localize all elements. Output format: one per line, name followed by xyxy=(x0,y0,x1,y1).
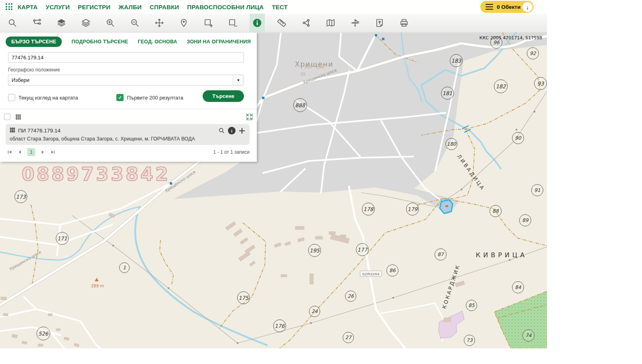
share-network-tool-button[interactable] xyxy=(299,14,314,32)
cadastral-region-circle: 176 xyxy=(273,319,286,332)
location-pin-tool-button[interactable] xyxy=(176,14,191,32)
main-menu: КАРТА УСЛУГИ РЕГИСТРИ ЖАЛБИ СПРАВКИ ПРАВ… xyxy=(18,4,288,10)
result-info-icon[interactable]: i xyxy=(228,127,236,134)
cadastral-region-circle: 888 xyxy=(293,98,307,112)
search-button[interactable]: Търсене xyxy=(203,90,244,102)
layers-filled-icon xyxy=(57,18,66,28)
result-line1: ПИ 77476.179.14 i xyxy=(10,127,246,134)
map-place-label: 289 m xyxy=(91,284,104,288)
menu-item-spravki[interactable]: СПРАВКИ xyxy=(150,4,179,10)
result-actions: i xyxy=(218,127,246,134)
geo-position-label: Географско положение xyxy=(8,67,60,73)
cadastral-region-circle: 181 xyxy=(441,87,454,100)
cadastral-region-circle: 178 xyxy=(362,203,375,216)
cadastral-region-circle: 526 xyxy=(37,327,50,340)
cadastral-region-circle: 86 xyxy=(386,264,398,277)
layers-active-tool-button[interactable] xyxy=(54,14,69,32)
route-tool-button[interactable] xyxy=(29,14,45,32)
search-tool-button[interactable] xyxy=(5,14,20,32)
menu-item-pravosposobni-litsa[interactable]: ПРАВОСПОСОБНИ ЛИЦА xyxy=(187,4,264,10)
first-200-checkbox[interactable]: ✓ xyxy=(116,94,124,101)
search-icon xyxy=(8,18,17,28)
search-input[interactable] xyxy=(8,52,244,63)
tab-restriction-zones[interactable]: ЗОНИ НА ОГРАНИЧЕНИЯ xyxy=(187,39,250,45)
cadastral-region-circle: 88 xyxy=(490,205,502,217)
cadastral-region-circle: 89 xyxy=(519,214,531,226)
current-view-checkbox[interactable] xyxy=(8,94,15,101)
rect-select-minus-icon xyxy=(228,18,238,28)
result-item[interactable]: ПИ 77476.179.14 i област Стара Загора, о… xyxy=(6,124,250,145)
coordinate-grid-tool-button[interactable] xyxy=(347,14,363,32)
map-place-label: Хрищенско шосе xyxy=(8,250,42,271)
cadastral-region-circle: 183 xyxy=(450,54,463,67)
apps-grid-icon[interactable] xyxy=(5,2,14,11)
download-arrow-button[interactable]: ↓ xyxy=(522,2,532,12)
current-page[interactable]: 1 xyxy=(27,148,35,156)
cadastral-region-circle: 91 xyxy=(531,184,543,196)
road-number-badge: SZR2204 xyxy=(360,271,382,277)
layers-tool-button[interactable] xyxy=(78,14,93,32)
result-title: ПИ 77476.179.14 xyxy=(18,128,61,134)
panel-divider xyxy=(0,109,257,109)
next-page-button[interactable] xyxy=(41,150,45,155)
print-tool-button[interactable] xyxy=(396,14,412,32)
pan-tool-button[interactable] xyxy=(152,14,167,32)
first-200-label: Първите 200 резултата xyxy=(127,95,183,101)
menu-item-zhalbi[interactable]: ЖАЛБИ xyxy=(118,4,142,10)
first-page-button[interactable] xyxy=(7,150,12,155)
select-rect-add-tool-button[interactable] xyxy=(201,14,216,32)
export-tool-button[interactable] xyxy=(372,14,387,32)
current-view-label: Текущ изглед на картата xyxy=(18,95,78,101)
pan-icon xyxy=(154,18,164,28)
menu-item-registri[interactable]: РЕГИСТРИ xyxy=(78,4,110,10)
cadastral-region-circle: 182 xyxy=(494,79,508,93)
zoom-to-results-icon[interactable] xyxy=(246,114,253,120)
cadastral-region-circle: 24 xyxy=(309,306,320,317)
tab-quick-search[interactable]: БЪРЗО ТЪРСЕНЕ xyxy=(6,37,62,47)
map-place-label: КИВРИЦА xyxy=(476,251,527,259)
map-sheets-tool-button[interactable] xyxy=(323,14,338,32)
parcel-grid-icon xyxy=(10,127,15,134)
cadastral-region-circle: 73 xyxy=(464,335,475,346)
objects-counter-pill[interactable]: 0 Обекти ↓ xyxy=(480,1,534,13)
map-coordinates-readout: ККС 2005 4701714, 517598 xyxy=(479,35,542,41)
cadastral-region-circle: 180 xyxy=(445,138,457,150)
select-rect-remove-tool-button[interactable] xyxy=(225,14,240,32)
zoom-out-icon xyxy=(130,18,140,28)
add-result-icon[interactable] xyxy=(238,127,246,134)
cadastral-region-circle: 92 xyxy=(527,47,539,59)
cadastral-region-circle: 1 xyxy=(119,262,130,273)
info-icon xyxy=(252,18,262,28)
cadastral-region-circle: 93 xyxy=(534,77,547,90)
identify-info-tool-button[interactable] xyxy=(250,14,265,32)
zoom-to-result-icon[interactable] xyxy=(218,127,225,134)
coordinate-axes-icon xyxy=(350,18,360,28)
result-subtitle: област Стара Загора, община Стара Загора… xyxy=(10,136,246,142)
tab-geodetic-basis[interactable]: ГЕОД. ОСНОВА xyxy=(138,39,177,45)
zoom-in-tool-button[interactable] xyxy=(103,14,118,32)
measure-tool-button[interactable] xyxy=(274,14,289,32)
chevron-down-icon[interactable]: ▼ xyxy=(233,75,244,85)
cadastral-region-circle: 87 xyxy=(435,248,447,260)
last-page-button[interactable] xyxy=(51,150,55,155)
tab-detailed-search[interactable]: ПОДРОБНО ТЪРСЕНЕ xyxy=(71,39,128,45)
zoom-out-tool-button[interactable] xyxy=(127,14,142,32)
map-toolbar xyxy=(0,14,547,33)
prev-page-button[interactable] xyxy=(17,150,22,155)
route-icon xyxy=(32,18,42,28)
share-network-icon xyxy=(301,18,311,28)
pagination: 1 1 - 1 от 1 записи xyxy=(7,148,250,156)
cadastral-region-circle: 90 xyxy=(512,132,524,144)
cadastral-region-circle: 27 xyxy=(343,332,354,343)
cadastral-region-circle: 74 xyxy=(522,329,534,342)
geo-position-select[interactable]: Избери ▼ xyxy=(8,75,244,85)
menu-item-karta[interactable]: КАРТА xyxy=(18,4,38,10)
print-icon xyxy=(399,18,409,28)
results-header-row xyxy=(4,113,253,121)
search-tabs: БЪРЗО ТЪРСЕНЕ ПОДРОБНО ТЪРСЕНЕ ГЕОД. ОСН… xyxy=(0,33,257,47)
cadastral-region-circle: 179 xyxy=(406,203,419,216)
top-navbar: КАРТА УСЛУГИ РЕГИСТРИ ЖАЛБИ СПРАВКИ ПРАВ… xyxy=(0,0,642,14)
select-all-checkbox[interactable] xyxy=(4,114,10,120)
menu-item-uslugi[interactable]: УСЛУГИ xyxy=(46,4,70,10)
menu-item-test[interactable]: ТЕСТ xyxy=(272,4,288,10)
